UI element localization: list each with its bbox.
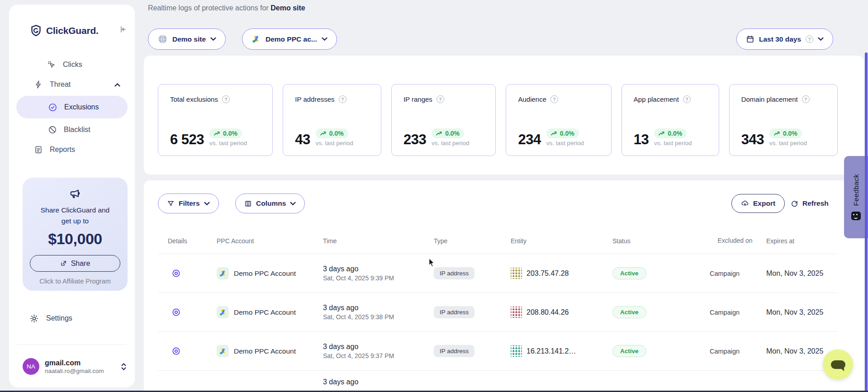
feedback-smiley-icon [851, 212, 861, 220]
column-header-expires-at: Expires at [766, 237, 838, 245]
row-excluded-on: Campaign [710, 270, 766, 277]
table-row: Demo PPC Account 3 days ago Sat, Oct 4, … [158, 293, 838, 332]
stat-card-domain-placement: Domain placement? 343 0.0% vs. last peri… [729, 84, 838, 156]
funnel-icon [167, 200, 175, 208]
row-excluded-on: Campaign [710, 348, 766, 355]
row-details-eye-icon[interactable] [158, 307, 217, 317]
affiliate-link[interactable]: Click to Affiliate Program [23, 278, 128, 285]
row-ppc-account: Demo PPC Account [217, 345, 323, 357]
ip-identicon [511, 307, 522, 318]
stat-value: 43 [295, 132, 310, 146]
lightning-icon [34, 80, 43, 89]
row-entity: 16.213.141.2… [511, 345, 612, 357]
document-icon [34, 145, 43, 154]
chat-bubble-icon [831, 360, 845, 369]
user-name: gmail.com [45, 359, 119, 367]
sidebar-item-settings[interactable]: Settings [9, 308, 135, 328]
sidebar-item-clicks[interactable]: Clicks [9, 55, 135, 75]
table-header-row: Details PPC Account Time Type Entity Sta… [158, 228, 838, 254]
help-icon: ? [802, 95, 810, 103]
delta-caption: vs. last period [316, 140, 353, 146]
sidebar-item-exclusions[interactable]: Exclusions [16, 96, 128, 118]
row-details-eye-icon[interactable] [158, 346, 217, 356]
help-icon: ? [550, 95, 558, 103]
google-ads-icon [251, 34, 261, 44]
row-expires-at: Mon, Nov 3, 2025 [766, 308, 838, 316]
chevron-down-icon [210, 37, 216, 41]
logo-text: ClickGuard. [46, 25, 99, 36]
exclusions-table-panel: Filters Columns Export Re [144, 180, 864, 392]
type-badge: IP address [434, 345, 474, 357]
divider [17, 345, 127, 345]
delta-badge: 0.0% [769, 128, 802, 138]
filters-button[interactable]: Filters [158, 194, 219, 213]
ppc-account-selector[interactable]: Demo PPC ac... [242, 28, 337, 50]
columns-button[interactable]: Columns [235, 194, 305, 213]
badge-check-icon [48, 103, 57, 112]
ban-icon [48, 125, 57, 134]
column-header-type: Type [434, 237, 511, 245]
google-ads-icon [217, 267, 229, 279]
delta-caption: vs. last period [546, 140, 584, 146]
account-switcher[interactable]: NA gmail.com naatali.ro@gmail.com [23, 358, 127, 375]
external-link-icon [60, 260, 67, 267]
page-subtitle: Realtime logs of protective actions for … [148, 4, 305, 12]
subtitle-site-name: Demo site [270, 4, 305, 12]
help-icon: ? [806, 35, 813, 43]
column-header-status: Status [612, 237, 710, 245]
column-header-ppc-account: PPC Account [217, 237, 323, 245]
help-icon: ? [683, 95, 691, 103]
column-header-excluded-on: Excluded on [716, 236, 754, 246]
export-button[interactable]: Export [731, 194, 785, 213]
sidebar-menu: Clicks Threat Exclusions [9, 55, 135, 160]
columns-icon [244, 200, 252, 208]
stats-cards: Total exclusions? 6 523 0.0% vs. last pe… [158, 84, 838, 156]
row-expires-at: Mon, Nov 3, 2025 [766, 269, 838, 278]
date-range-value: Last 30 days [759, 35, 801, 43]
site-selector[interactable]: Demo site [148, 28, 226, 50]
help-icon: ? [436, 95, 444, 103]
row-type: IP address [434, 267, 511, 279]
sidebar-item-label: Blacklist [64, 126, 90, 134]
type-badge: IP address [434, 267, 474, 279]
google-ads-icon [217, 345, 229, 357]
sidebar-item-threat[interactable]: Threat [9, 75, 135, 94]
chevron-up-icon [114, 83, 120, 87]
refresh-icon [791, 200, 798, 208]
sidebar-collapse-icon[interactable] [119, 25, 127, 33]
promo-amount: $10,000 [23, 230, 128, 248]
column-header-entity: Entity [511, 237, 612, 245]
row-status: Active [612, 345, 710, 357]
row-time: 3 days ago [323, 378, 434, 386]
date-range-selector[interactable]: Last 30 days ? [736, 28, 833, 50]
sidebar-item-label: Clicks [63, 61, 82, 69]
chevron-down-icon [818, 37, 824, 41]
help-icon: ? [339, 95, 346, 103]
row-status: Active [612, 306, 710, 318]
calendar-icon [746, 35, 754, 43]
sidebar-item-blacklist[interactable]: Blacklist [9, 120, 135, 140]
status-badge: Active [612, 345, 646, 357]
user-email: naatali.ro@gmail.com [45, 368, 119, 374]
trend-up-icon [214, 131, 220, 136]
delta-caption: vs. last period [209, 140, 247, 146]
status-badge: Active [612, 267, 646, 279]
share-button[interactable]: Share [30, 255, 120, 272]
help-icon: ? [222, 95, 230, 103]
trend-up-icon [659, 131, 665, 136]
sidebar-item-label: Threat [50, 80, 71, 89]
chevron-up-down-icon [121, 363, 127, 371]
type-badge: IP address [434, 306, 474, 318]
column-header-details: Details [158, 237, 217, 245]
sidebar-item-reports[interactable]: Reports [9, 140, 135, 160]
column-header-time: Time [323, 237, 434, 245]
cursor-click-icon [47, 60, 56, 69]
row-details-eye-icon[interactable] [158, 269, 217, 278]
logo: ClickGuard. [9, 5, 135, 37]
refresh-button[interactable]: Refresh [791, 194, 829, 213]
chat-widget-button[interactable] [823, 349, 853, 380]
page-scrollbar[interactable] [865, 52, 868, 392]
stat-value: 343 [741, 132, 764, 146]
stats-panel: Total exclusions? 6 523 0.0% vs. last pe… [144, 56, 864, 175]
sidebar: ClickGuard. Clicks Threat [9, 5, 135, 387]
